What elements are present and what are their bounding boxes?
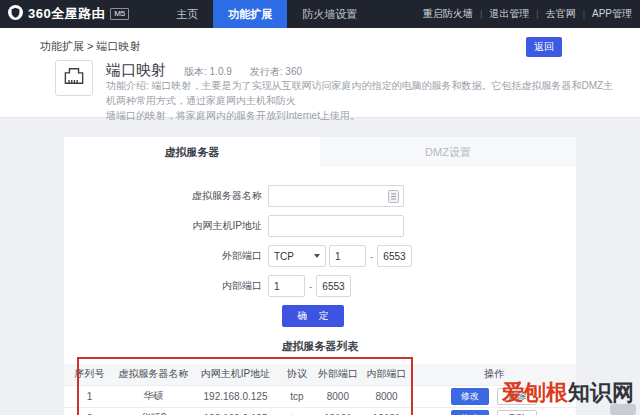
app-description-line1: 功能介绍: 端口映射，主要是为了实现从互联网访问家庭内的指定的电脑的服务和数据。… — [106, 78, 616, 108]
shield-logo-icon — [8, 5, 23, 24]
external-port-from-input[interactable] — [329, 245, 366, 267]
top-navigation-bar: 360全屋路由 M5 主页 功能扩展 防火墙设置 重启防火墙 | 退出管理 | … — [0, 0, 640, 28]
protocol-select[interactable]: TCP — [268, 245, 326, 267]
tab-dmz-settings[interactable]: DMZ设置 — [320, 137, 576, 167]
page-header: 功能扩展 > 端口映射 返回 端口映射 版本: 1.0.9 发行者: 360 功… — [0, 28, 640, 118]
action-restart-firewall[interactable]: 重启防火墙 — [423, 7, 473, 21]
menu-item-extensions[interactable]: 功能扩展 — [213, 0, 287, 28]
watermark-dark-part: 知识网 — [568, 380, 634, 405]
action-separator: | — [480, 9, 482, 19]
chevron-down-icon — [314, 254, 320, 258]
range-dash: - — [370, 251, 373, 262]
main-menu: 主页 功能扩展 防火墙设置 — [161, 0, 372, 28]
action-official-site[interactable]: 去官网 — [546, 7, 576, 21]
server-name-input[interactable] — [268, 185, 404, 207]
cell-protocol: tcp — [279, 385, 315, 407]
virtual-server-form: 虚拟服务器名称 内网主机IP地址 外部端口 TCP - — [64, 185, 576, 327]
external-port-label: 外部端口 — [64, 249, 262, 263]
tab-bar: 虚拟服务器 DMZ设置 — [64, 137, 576, 167]
header-ext-port: 外部端口 — [315, 364, 361, 385]
back-button[interactable]: 返回 — [526, 37, 562, 57]
cell-name: 华硕2 — [115, 407, 192, 415]
header-protocol: 协议 — [279, 364, 315, 385]
action-logout[interactable]: 退出管理 — [489, 7, 529, 21]
form-row-internal-port: 内部端口 - — [64, 275, 576, 297]
lan-ip-input[interactable] — [268, 215, 404, 237]
brand-logo: 360全屋路由 M5 — [8, 5, 129, 24]
modify-button[interactable]: 修改 — [451, 410, 489, 415]
table-row: 2 华硕2 192.168.0.125 tcp 18181 18181 修改 删… — [64, 407, 576, 415]
header-seq: 序列号 — [64, 364, 115, 385]
app-version: 版本: 1.0.9 — [184, 65, 232, 79]
ethernet-port-icon — [63, 66, 85, 90]
cell-ip: 192.168.0.125 — [192, 385, 279, 407]
internal-port-label: 内部端口 — [64, 279, 262, 293]
cell-int-port: 18181 — [361, 407, 412, 415]
form-row-ip: 内网主机IP地址 — [64, 215, 576, 237]
name-label: 虚拟服务器名称 — [64, 189, 262, 203]
header-int-port: 内部端口 — [361, 364, 412, 385]
delete-button[interactable]: 删除 — [497, 410, 537, 415]
cell-ext-port: 8000 — [315, 385, 361, 407]
confirm-button[interactable]: 确 定 — [282, 305, 344, 327]
action-separator: | — [583, 9, 585, 19]
table-title: 虚拟服务器列表 — [64, 339, 576, 354]
tab-virtual-server[interactable]: 虚拟服务器 — [64, 137, 320, 167]
app-description: 功能介绍: 端口映射，主要是为了实现从互联网访问家庭内的指定的电脑的服务和数据。… — [106, 78, 616, 123]
cell-int-port: 8000 — [361, 385, 412, 407]
watermark-red-part: 爱刨根 — [502, 380, 568, 405]
header-name: 虚拟服务器名称 — [115, 364, 192, 385]
router-admin-screen: 360全屋路由 M5 主页 功能扩展 防火墙设置 重启防火墙 | 退出管理 | … — [0, 0, 640, 415]
cell-seq: 1 — [64, 385, 115, 407]
modify-button[interactable]: 修改 — [451, 388, 489, 405]
port-mapping-panel: 虚拟服务器 DMZ设置 虚拟服务器名称 内网主机IP地址 外部端口 — [64, 137, 576, 415]
protocol-value: TCP — [274, 251, 294, 262]
cell-ext-port: 18181 — [315, 407, 361, 415]
cell-name: 华硕 — [115, 385, 192, 407]
app-icon-box — [55, 60, 93, 96]
app-publisher: 发行者: 360 — [250, 65, 302, 79]
internal-port-to-input[interactable] — [316, 275, 351, 297]
table-row: 1 华硕 192.168.0.125 tcp 8000 8000 修改 删除 — [64, 385, 576, 407]
cell-seq: 2 — [64, 407, 115, 415]
breadcrumb[interactable]: 功能扩展 > 端口映射 — [40, 39, 141, 54]
range-dash: - — [309, 281, 312, 292]
cell-protocol: tcp — [279, 407, 315, 415]
external-port-to-input[interactable] — [377, 245, 412, 267]
action-separator: | — [536, 9, 538, 19]
ip-label: 内网主机IP地址 — [64, 219, 262, 233]
action-app-manage[interactable]: APP管理 — [592, 7, 632, 21]
header-ip: 内网主机IP地址 — [192, 364, 279, 385]
internal-port-from-input[interactable] — [268, 275, 305, 297]
form-row-name: 虚拟服务器名称 — [64, 185, 576, 207]
menu-item-firewall[interactable]: 防火墙设置 — [287, 0, 372, 28]
brand-name: 360全屋路由 — [28, 5, 105, 23]
cell-ip: 192.168.0.125 — [192, 407, 279, 415]
form-row-external-port: 外部端口 TCP - — [64, 245, 576, 267]
topbar-actions: 重启防火墙 | 退出管理 | 去官网 | APP管理 — [423, 7, 632, 21]
cell-actions: 修改 删除 — [412, 407, 576, 415]
model-badge: M5 — [110, 8, 129, 20]
virtual-server-table: 序列号 虚拟服务器名称 内网主机IP地址 协议 外部端口 内部端口 操作 1 华… — [64, 364, 576, 415]
name-input-wrap — [268, 185, 404, 207]
device-picker-icon[interactable] — [388, 189, 399, 207]
watermark-text: 爱刨根知识网 — [502, 378, 634, 408]
app-description-line2: 墙端口的映射，将家庭网内的服务开放到Internet上使用。 — [106, 108, 616, 123]
menu-item-home[interactable]: 主页 — [161, 0, 213, 28]
table-header-row: 序列号 虚拟服务器名称 内网主机IP地址 协议 外部端口 内部端口 操作 — [64, 364, 576, 385]
